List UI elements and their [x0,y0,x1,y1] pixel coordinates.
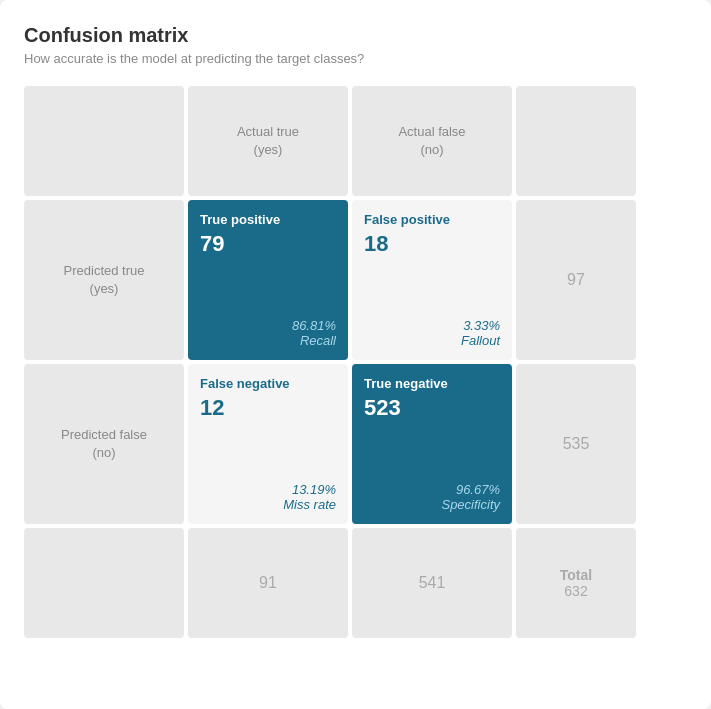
cell-predicted-false-header: Predicted false(no) [24,364,184,524]
predicted-false-label: Predicted false(no) [61,426,147,462]
cell-actual-true-header: Actual true(yes) [188,86,348,196]
true-positive-header: True positive [200,212,280,227]
cell-row2-total: 535 [516,364,636,524]
card-title: Confusion matrix [24,24,687,47]
true-negative-header: True negative [364,376,448,391]
true-positive-percent: 86.81% [200,318,336,333]
false-positive-value: 18 [364,231,388,257]
row1-total-value: 97 [567,271,585,289]
cell-empty-top-left [24,86,184,196]
true-negative-value: 523 [364,395,401,421]
cell-false-positive: False positive 18 3.33% Fallout [352,200,512,360]
true-negative-percent: 96.67% [364,482,500,497]
true-negative-percent-label: Specificity [364,497,500,512]
cell-false-negative: False negative 12 13.19% Miss rate [188,364,348,524]
true-positive-value: 79 [200,231,224,257]
cell-col2-total: 541 [352,528,512,638]
cell-empty-bottom-left [24,528,184,638]
card-subtitle: How accurate is the model at predicting … [24,51,687,66]
cell-row1-total: 97 [516,200,636,360]
confusion-matrix-grid: Actual true(yes) Actual false(no) Predic… [24,86,687,638]
false-negative-value: 12 [200,395,224,421]
true-positive-percent-label: Recall [200,333,336,348]
cell-actual-false-header: Actual false(no) [352,86,512,196]
cell-true-positive: True positive 79 86.81% Recall [188,200,348,360]
false-negative-percent: 13.19% [200,482,336,497]
false-positive-percent-label: Fallout [364,333,500,348]
confusion-matrix-card: Confusion matrix How accurate is the mod… [0,0,711,709]
cell-true-negative: True negative 523 96.67% Specificity [352,364,512,524]
false-negative-header: False negative [200,376,290,391]
col1-total-value: 91 [259,574,277,592]
cell-grand-total: Total 632 [516,528,636,638]
predicted-true-label: Predicted true(yes) [64,262,145,298]
cell-col1-total: 91 [188,528,348,638]
grand-total-value: 632 [564,583,587,599]
false-negative-percent-label: Miss rate [200,497,336,512]
false-positive-percent: 3.33% [364,318,500,333]
cell-empty-top-right [516,86,636,196]
col2-total-value: 541 [419,574,446,592]
cell-predicted-true-header: Predicted true(yes) [24,200,184,360]
row2-total-value: 535 [563,435,590,453]
grand-total-label: Total [560,567,592,583]
false-positive-header: False positive [364,212,450,227]
actual-true-label: Actual true(yes) [237,123,299,159]
actual-false-label: Actual false(no) [398,123,465,159]
